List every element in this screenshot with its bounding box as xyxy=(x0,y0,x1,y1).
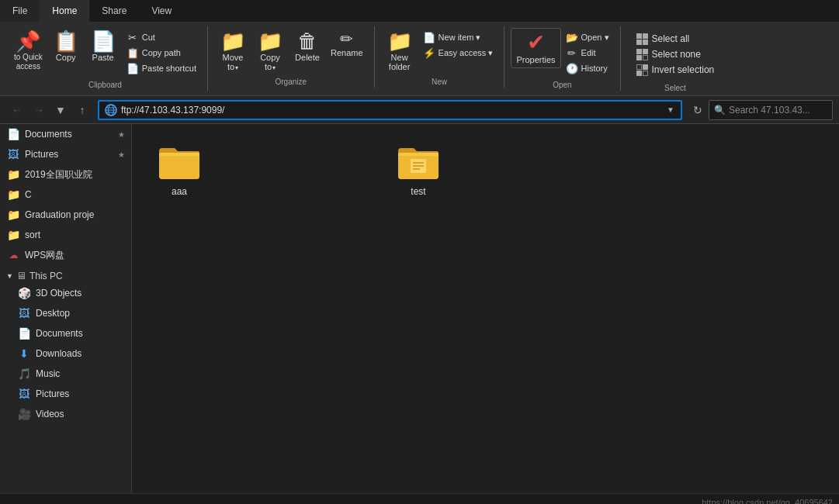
edit-icon: ✏ xyxy=(566,47,578,59)
sidebar-item-downloads[interactable]: ⬇ Downloads xyxy=(0,343,131,364)
new-folder-button[interactable]: 📁 Newfolder xyxy=(381,28,418,74)
cut-icon: ✂ xyxy=(127,31,139,43)
downloads-icon: ⬇ xyxy=(17,347,31,361)
globe-icon xyxy=(104,103,118,117)
copy-path-icon: 📋 xyxy=(127,47,139,59)
copy-to-button[interactable]: 📁 Copyto▾ xyxy=(251,28,289,74)
folder-aaa[interactable]: aaa xyxy=(144,136,214,203)
folder-icon-sort: 📁 xyxy=(6,228,20,242)
copy-icon: 📋 xyxy=(54,31,78,51)
open-small-group: 📂 Open ▾ ✏ Edit 🕐 History xyxy=(561,28,614,78)
properties-icon: ✔ xyxy=(527,32,545,54)
search-placeholder: Search 47.103.43... xyxy=(729,105,810,116)
pictures-icon: 🖼 xyxy=(6,147,20,161)
history-button[interactable]: 🕐 History xyxy=(561,60,614,76)
paste-shortcut-button[interactable]: 📄 Paste shortcut xyxy=(122,60,201,76)
folder-test[interactable]: test xyxy=(383,136,453,203)
pin-icon-2: ★ xyxy=(118,150,125,159)
history-icon: 🕐 xyxy=(566,62,578,74)
tab-share[interactable]: Share xyxy=(89,0,139,22)
select-none-button[interactable]: Select none xyxy=(633,47,718,62)
sidebar-item-videos[interactable]: 🎥 Videos xyxy=(0,404,131,424)
forward-button[interactable]: → xyxy=(28,99,50,121)
status-bar: https://blog.csdn.net/qq_40695642 xyxy=(0,493,839,504)
move-to-button[interactable]: 📁 Moveto▾ xyxy=(214,28,251,74)
new-group: 📁 Newfolder 📄 New item ▾ ⚡ Easy access ▾… xyxy=(375,26,505,88)
copy-path-button[interactable]: 📋 Copy path xyxy=(122,45,201,60)
sidebar-item-pictures[interactable]: 🖼 Pictures ★ xyxy=(0,144,131,164)
recent-locations-button[interactable]: ▼ xyxy=(50,99,71,121)
sidebar-item-2019[interactable]: 📁 2019全国职业院 xyxy=(0,164,131,185)
tab-view[interactable]: View xyxy=(139,0,184,22)
open-button[interactable]: 📂 Open ▾ xyxy=(561,29,614,45)
main-layout: 📄 Documents ★ 🖼 Pictures ★ 📁 2019全国职业院 📁… xyxy=(0,124,839,493)
delete-button[interactable]: 🗑 Delete xyxy=(289,28,326,65)
videos-icon: 🎥 xyxy=(17,407,31,421)
paste-icon: 📄 xyxy=(91,31,116,51)
invert-selection-icon xyxy=(636,64,649,76)
music-icon: 🎵 xyxy=(17,367,31,381)
wps-icon: ☁ xyxy=(6,248,20,262)
copy-to-icon: 📁 xyxy=(258,31,283,51)
sidebar-this-pc[interactable]: ▼ 🖥 This PC xyxy=(0,265,131,283)
rename-button[interactable]: ✏ Rename xyxy=(326,28,368,60)
ribbon: 📌 to Quickaccess 📋 Copy 📄 Paste ✂ xyxy=(0,22,839,96)
clipboard-small-group: ✂ Cut 📋 Copy path 📄 Paste shortcut xyxy=(122,28,201,78)
select-group: Select all Select none xyxy=(621,26,730,94)
new-small-group: 📄 New item ▾ ⚡ Easy access ▾ xyxy=(418,28,498,62)
address-text: ftp://47.103.43.137:9099/ xyxy=(121,105,665,116)
move-to-icon: 📁 xyxy=(220,31,245,51)
folder-icon-grad: 📁 xyxy=(6,208,20,222)
open-icon: 📂 xyxy=(566,31,578,43)
delete-icon: 🗑 xyxy=(297,31,317,51)
cut-button[interactable]: ✂ Cut xyxy=(122,29,201,45)
sidebar-item-music[interactable]: 🎵 Music xyxy=(0,364,131,384)
back-button[interactable]: ← xyxy=(6,99,28,121)
tab-home[interactable]: Home xyxy=(40,0,89,22)
file-area: aaa test xyxy=(132,124,839,493)
folder-icon-c: 📁 xyxy=(6,188,20,202)
new-folder-icon: 📁 xyxy=(387,31,412,51)
pin-to-quick-access-button[interactable]: 📌 to Quickaccess xyxy=(9,28,47,74)
folder-test-icon xyxy=(395,143,442,181)
sidebar-item-documents2[interactable]: 📄 Documents xyxy=(0,323,131,343)
search-box[interactable]: 🔍 Search 47.103.43... xyxy=(709,100,833,120)
address-input-wrap[interactable]: ftp://47.103.43.137:9099/ ▼ xyxy=(98,100,682,120)
open-group: ✔ Properties 📂 Open ▾ ✏ Edit 🕐 History xyxy=(504,26,620,91)
sidebar-item-c[interactable]: 📁 C xyxy=(0,185,131,205)
clipboard-group: 📌 to Quickaccess 📋 Copy 📄 Paste ✂ xyxy=(3,26,208,91)
sidebar-item-desktop[interactable]: 🖼 Desktop xyxy=(0,303,131,323)
folder-aaa-icon xyxy=(156,143,203,181)
refresh-button[interactable]: ↻ xyxy=(687,99,709,121)
sidebar-item-documents[interactable]: 📄 Documents ★ xyxy=(0,124,131,144)
paste-shortcut-icon: 📄 xyxy=(127,62,139,74)
this-pc-icon: 🖥 xyxy=(16,270,26,281)
new-item-icon: 📄 xyxy=(423,31,435,43)
address-dropdown-button[interactable]: ▼ xyxy=(665,105,676,114)
select-all-icon xyxy=(636,33,649,45)
edit-button[interactable]: ✏ Edit xyxy=(561,45,614,60)
select-buttons-group: Select all Select none xyxy=(627,28,724,81)
pin-icon: ★ xyxy=(118,130,125,139)
desktop-icon: 🖼 xyxy=(17,306,31,320)
select-all-button[interactable]: Select all xyxy=(633,31,718,47)
sidebar-item-sort[interactable]: 📁 sort xyxy=(0,225,131,245)
documents2-icon: 📄 xyxy=(17,326,31,340)
sidebar-item-wps[interactable]: ☁ WPS网盘 xyxy=(0,245,131,265)
sidebar-item-pictures2[interactable]: 🖼 Pictures xyxy=(0,384,131,404)
sidebar-item-graduation[interactable]: 📁 Graduation proje xyxy=(0,205,131,225)
new-item-button[interactable]: 📄 New item ▾ xyxy=(418,29,498,45)
folder-icon-2019: 📁 xyxy=(6,167,20,181)
tab-file[interactable]: File xyxy=(0,0,40,22)
select-none-icon xyxy=(636,48,649,60)
up-button[interactable]: ↑ xyxy=(71,99,93,121)
properties-button[interactable]: ✔ Properties xyxy=(511,28,560,68)
this-pc-chevron: ▼ xyxy=(6,272,13,280)
3d-icon: 🎲 xyxy=(17,286,31,300)
organize-group: 📁 Moveto▾ 📁 Copyto▾ 🗑 Delete ✏ Rename Or… xyxy=(208,26,375,88)
easy-access-button[interactable]: ⚡ Easy access ▾ xyxy=(418,45,498,60)
paste-button[interactable]: 📄 Paste xyxy=(85,28,122,65)
invert-selection-button[interactable]: Invert selection xyxy=(633,62,718,78)
copy-button[interactable]: 📋 Copy xyxy=(47,28,85,65)
sidebar-item-3d-objects[interactable]: 🎲 3D Objects xyxy=(0,283,131,303)
